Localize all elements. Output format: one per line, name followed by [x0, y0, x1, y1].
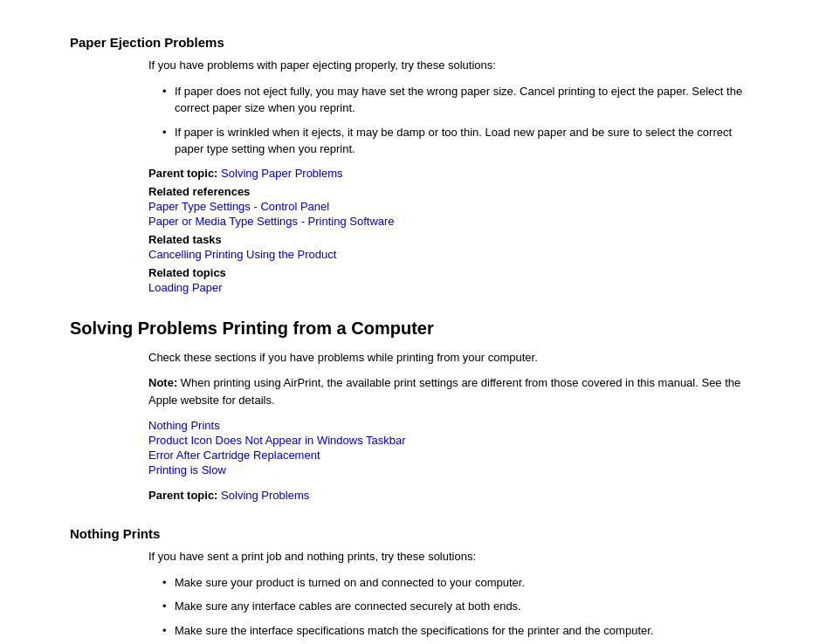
nothing-prints-bullets: Make sure your product is turned on and …: [162, 574, 763, 640]
solving-problems-heading: Solving Problems Printing from a Compute…: [70, 319, 763, 339]
nothing-prints-intro: If you have sent a print job and nothing…: [148, 548, 763, 565]
bullet-item-1: If paper does not eject fully, you may h…: [162, 83, 763, 117]
parent-topic-block: Parent topic: Solving Paper Problems: [148, 167, 763, 180]
related-references-block: Related references Paper Type Settings -…: [148, 185, 763, 228]
printing-slow-link[interactable]: Printing is Slow: [148, 463, 763, 476]
solving-parent-topic-link[interactable]: Solving Problems: [221, 489, 309, 502]
ref-link-1[interactable]: Paper Type Settings - Control Panel: [148, 200, 763, 213]
nothing-prints-bullet-2: Make sure any interface cables are conne…: [162, 598, 763, 615]
task-link-1[interactable]: Cancelling Printing Using the Product: [148, 248, 763, 261]
page-container: Paper Ejection Problems If you have prob…: [0, 0, 833, 644]
solving-problems-links: Nothing Prints Product Icon Does Not App…: [148, 419, 763, 476]
parent-topic-label: Parent topic:: [148, 167, 217, 180]
note-bold: Note:: [148, 376, 177, 389]
solving-problems-intro: Check these sections if you have problem…: [148, 349, 763, 367]
nothing-prints-bullet-3: Make sure the interface specifications m…: [162, 622, 763, 640]
paper-ejection-bullets: If paper does not eject fully, you may h…: [162, 83, 763, 158]
paper-ejection-intro: If you have problems with paper ejecting…: [148, 57, 763, 74]
solving-problems-content: Check these sections if you have problem…: [148, 349, 763, 503]
ref-link-2[interactable]: Paper or Media Type Settings - Printing …: [148, 215, 763, 228]
note-rest: When printing using AirPrint, the availa…: [148, 376, 740, 407]
related-topics-label: Related topics: [148, 266, 226, 279]
related-references-label: Related references: [148, 185, 250, 198]
nothing-prints-content: If you have sent a print job and nothing…: [148, 548, 763, 639]
parent-topic-link[interactable]: Solving Paper Problems: [221, 167, 342, 180]
error-cartridge-link[interactable]: Error After Cartridge Replacement: [148, 449, 763, 462]
topics-link-1[interactable]: Loading Paper: [148, 281, 763, 294]
nothing-prints-heading: Nothing Prints: [70, 526, 763, 541]
related-references-links: Paper Type Settings - Control Panel Pape…: [148, 200, 763, 228]
related-tasks-block: Related tasks Cancelling Printing Using …: [148, 233, 763, 261]
nothing-prints-link[interactable]: Nothing Prints: [148, 419, 763, 432]
solving-parent-topic-label: Parent topic:: [148, 489, 217, 502]
paper-ejection-section: Paper Ejection Problems If you have prob…: [70, 35, 763, 294]
solving-parent-topic-block: Parent topic: Solving Problems: [148, 489, 763, 502]
related-tasks-label: Related tasks: [148, 233, 222, 246]
solving-problems-section: Solving Problems Printing from a Compute…: [70, 319, 763, 503]
solving-problems-note: Note: When printing using AirPrint, the …: [148, 374, 763, 408]
paper-ejection-heading: Paper Ejection Problems: [70, 35, 763, 50]
related-topics-block: Related topics Loading Paper: [148, 266, 763, 294]
bullet-item-2: If paper is wrinkled when it ejects, it …: [162, 124, 763, 158]
paper-ejection-content: If you have problems with paper ejecting…: [148, 57, 763, 294]
related-topics-links: Loading Paper: [148, 281, 763, 294]
related-tasks-links: Cancelling Printing Using the Product: [148, 248, 763, 261]
nothing-prints-section: Nothing Prints If you have sent a print …: [70, 526, 763, 639]
nothing-prints-bullet-1: Make sure your product is turned on and …: [162, 574, 763, 592]
product-icon-link[interactable]: Product Icon Does Not Appear in Windows …: [148, 434, 763, 447]
